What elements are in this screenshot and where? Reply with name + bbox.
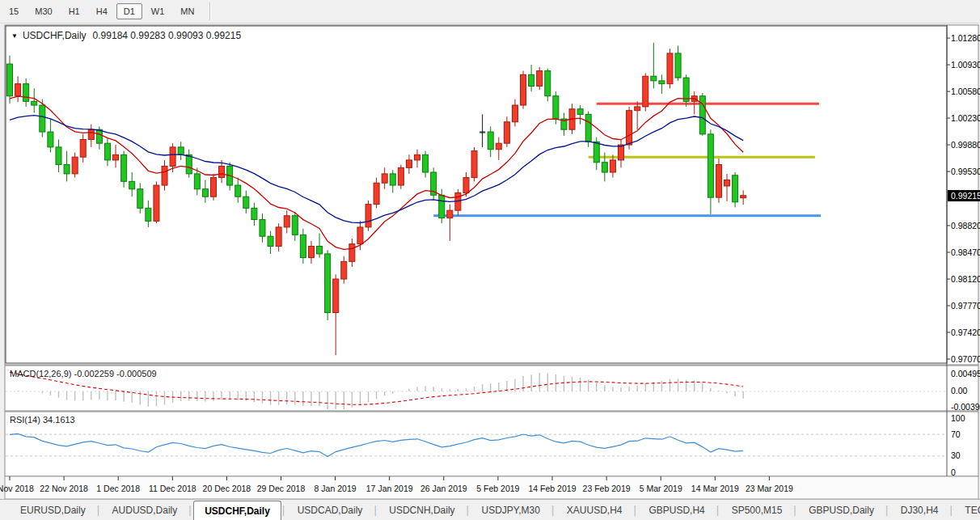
rsi-value: 34.1613: [43, 415, 75, 425]
chart-tab-usdcad[interactable]: USDCAD,Daily: [287, 500, 374, 520]
tab-separator: │: [716, 500, 721, 520]
chart-symbol-label: USDCHF,Daily: [23, 30, 87, 41]
tab-separator: │: [633, 500, 639, 520]
price-axis-label: 0.99880: [951, 141, 980, 150]
chart-tab-bar: EURUSD,Daily│AUDUSD,Daily│USDCHF,Daily│U…: [0, 499, 980, 520]
chart-tab-usdcnh[interactable]: USDCNH,Daily: [378, 500, 465, 520]
rsi-name: RSI(14): [10, 415, 40, 425]
chart-title: ▼USDCHF,Daily0.99184 0.99283 0.99093 0.9…: [11, 30, 241, 41]
current-price-tag: 0.99215: [948, 190, 980, 201]
macd-values: -0.002259 -0.000509: [74, 369, 156, 378]
tab-separator: │: [281, 500, 287, 520]
price-axis-label: 0.99530: [951, 167, 980, 176]
mt4-window: { "toolbar": { "timeframes": ["15", "M30…: [0, 0, 980, 520]
chart-tab-usdchf[interactable]: USDCHF,Daily: [193, 501, 281, 520]
tab-separator: │: [551, 500, 556, 520]
chart-tab-gbpusd[interactable]: GBPUSD,H4: [638, 500, 715, 520]
price-axis-label: 0.97420: [951, 328, 980, 337]
date-label: 23 Mar 2019: [733, 484, 805, 493]
chart-tab-usdjpy[interactable]: USDJPY,M30: [471, 500, 550, 520]
chart-tab-dj30[interactable]: DJ30,H4: [890, 500, 949, 520]
price-axis-label: 0.98820: [951, 222, 980, 230]
tab-separator: │: [885, 500, 890, 520]
chart-tab-audusd[interactable]: AUDUSD,Daily: [102, 500, 188, 520]
macd-axis-label: 0.004952: [951, 370, 980, 378]
chart-tab-gbpusd[interactable]: GBPUSD,Daily: [798, 500, 885, 520]
price-axis-label: 1.01280: [951, 34, 980, 43]
tab-separator: │: [373, 500, 378, 520]
price-axis-label: 0.97070: [951, 355, 980, 364]
rsi-indicator-label: RSI(14) 34.1613: [10, 415, 75, 425]
chart-graphics: [0, 0, 980, 520]
rsi-axis-label: 100: [951, 414, 965, 423]
price-axis-label: 1.00230: [951, 114, 980, 123]
macd-axis-label: 0.00: [951, 387, 967, 395]
tab-separator: │: [792, 500, 798, 520]
chart-dropdown-icon[interactable]: ▼: [11, 32, 18, 40]
chart-tab-sp500[interactable]: SP500,M15: [721, 500, 793, 520]
price-axis-label: 1.00580: [951, 87, 980, 96]
rsi-axis-label: 0: [951, 468, 956, 477]
chart-tab-eurusd[interactable]: EURUSD,Daily: [10, 500, 96, 520]
chart-tab-xauusd[interactable]: XAUUSD,H4: [556, 500, 633, 520]
tab-separator: │: [188, 500, 193, 520]
macd-axis-label: -0.003905: [951, 403, 980, 412]
price-axis-label: 1.00930: [951, 61, 980, 70]
macd-indicator-label: MACD(12,26,9) -0.002259 -0.000509: [10, 369, 157, 378]
rsi-axis-label: 30: [951, 451, 961, 460]
tab-separator: │: [466, 500, 471, 520]
macd-name: MACD(12,26,9): [10, 369, 71, 378]
price-axis-label: 0.98120: [951, 275, 980, 284]
price-axis-label: 0.98470: [951, 248, 980, 257]
price-axis-label: 0.97770: [951, 302, 980, 311]
tab-separator: │: [948, 500, 954, 520]
tab-separator: │: [96, 500, 102, 520]
chart-ohlc-values: 0.99184 0.99283 0.99093 0.99215: [93, 30, 242, 41]
rsi-axis-label: 70: [951, 430, 961, 439]
chart-tab-tech100[interactable]: TECH100,H1: [954, 500, 980, 520]
